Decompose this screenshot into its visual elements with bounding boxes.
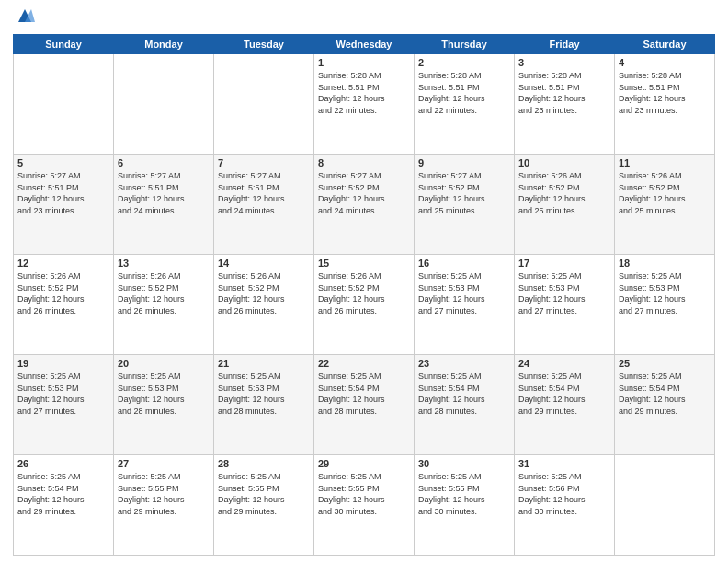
calendar-cell: 29Sunrise: 5:25 AMSunset: 5:55 PMDayligh…	[314, 455, 415, 556]
calendar-cell: 5Sunrise: 5:27 AMSunset: 5:51 PMDaylight…	[14, 155, 114, 255]
day-info: Sunrise: 5:27 AMSunset: 5:51 PMDaylight:…	[218, 170, 310, 216]
calendar-cell: 22Sunrise: 5:25 AMSunset: 5:54 PMDayligh…	[314, 355, 415, 455]
day-info: Sunrise: 5:25 AMSunset: 5:53 PMDaylight:…	[518, 270, 610, 316]
calendar-cell: 6Sunrise: 5:27 AMSunset: 5:51 PMDaylight…	[114, 155, 214, 255]
day-header: Wednesday	[314, 35, 415, 54]
day-number: 14	[218, 258, 310, 269]
day-info: Sunrise: 5:25 AMSunset: 5:55 PMDaylight:…	[418, 471, 510, 517]
calendar-cell: 15Sunrise: 5:26 AMSunset: 5:52 PMDayligh…	[314, 255, 415, 355]
day-info: Sunrise: 5:28 AMSunset: 5:51 PMDaylight:…	[418, 70, 510, 116]
calendar-cell: 23Sunrise: 5:25 AMSunset: 5:54 PMDayligh…	[415, 355, 515, 455]
day-number: 9	[418, 157, 510, 168]
day-number: 23	[418, 358, 510, 369]
day-number: 2	[418, 57, 510, 68]
day-info: Sunrise: 5:26 AMSunset: 5:52 PMDaylight:…	[619, 170, 711, 216]
day-number: 4	[619, 57, 711, 68]
calendar-cell: 30Sunrise: 5:25 AMSunset: 5:55 PMDayligh…	[415, 455, 515, 556]
day-number: 13	[118, 258, 210, 269]
calendar-cell: 24Sunrise: 5:25 AMSunset: 5:54 PMDayligh…	[515, 355, 615, 455]
calendar-cell: 4Sunrise: 5:28 AMSunset: 5:51 PMDaylight…	[615, 54, 715, 155]
day-number: 7	[218, 157, 310, 168]
day-number: 28	[218, 458, 310, 469]
calendar-cell	[14, 54, 114, 155]
calendar-cell: 19Sunrise: 5:25 AMSunset: 5:53 PMDayligh…	[14, 355, 114, 455]
header	[13, 9, 715, 26]
day-header: Saturday	[615, 35, 715, 54]
day-number: 12	[17, 258, 109, 269]
day-info: Sunrise: 5:25 AMSunset: 5:53 PMDaylight:…	[17, 371, 109, 417]
calendar-cell: 31Sunrise: 5:25 AMSunset: 5:56 PMDayligh…	[515, 455, 615, 556]
calendar-cell: 26Sunrise: 5:25 AMSunset: 5:54 PMDayligh…	[14, 455, 114, 556]
day-info: Sunrise: 5:25 AMSunset: 5:54 PMDaylight:…	[518, 371, 610, 417]
days-header: SundayMondayTuesdayWednesdayThursdayFrid…	[14, 35, 715, 54]
day-number: 11	[619, 157, 711, 168]
calendar-cell: 11Sunrise: 5:26 AMSunset: 5:52 PMDayligh…	[615, 155, 715, 255]
day-info: Sunrise: 5:28 AMSunset: 5:51 PMDaylight:…	[318, 70, 410, 116]
day-header: Monday	[114, 35, 214, 54]
day-info: Sunrise: 5:25 AMSunset: 5:56 PMDaylight:…	[518, 471, 610, 517]
day-info: Sunrise: 5:27 AMSunset: 5:52 PMDaylight:…	[418, 170, 510, 216]
day-info: Sunrise: 5:26 AMSunset: 5:52 PMDaylight:…	[17, 270, 109, 316]
calendar-cell: 25Sunrise: 5:25 AMSunset: 5:54 PMDayligh…	[615, 355, 715, 455]
calendar-cell: 10Sunrise: 5:26 AMSunset: 5:52 PMDayligh…	[515, 155, 615, 255]
calendar-cell: 1Sunrise: 5:28 AMSunset: 5:51 PMDaylight…	[314, 54, 415, 155]
calendar-cell: 18Sunrise: 5:25 AMSunset: 5:53 PMDayligh…	[615, 255, 715, 355]
day-number: 10	[518, 157, 610, 168]
calendar-cell: 8Sunrise: 5:27 AMSunset: 5:52 PMDaylight…	[314, 155, 415, 255]
day-info: Sunrise: 5:25 AMSunset: 5:53 PMDaylight:…	[118, 371, 210, 417]
calendar-body: 1Sunrise: 5:28 AMSunset: 5:51 PMDaylight…	[14, 54, 715, 556]
calendar: SundayMondayTuesdayWednesdayThursdayFrid…	[13, 34, 715, 556]
day-number: 29	[318, 458, 410, 469]
logo-icon	[15, 6, 35, 26]
day-info: Sunrise: 5:25 AMSunset: 5:54 PMDaylight:…	[318, 371, 410, 417]
calendar-cell: 2Sunrise: 5:28 AMSunset: 5:51 PMDaylight…	[415, 54, 515, 155]
day-number: 22	[318, 358, 410, 369]
calendar-cell: 21Sunrise: 5:25 AMSunset: 5:53 PMDayligh…	[214, 355, 314, 455]
day-number: 21	[218, 358, 310, 369]
calendar-week: 12Sunrise: 5:26 AMSunset: 5:52 PMDayligh…	[14, 255, 715, 355]
calendar-cell: 14Sunrise: 5:26 AMSunset: 5:52 PMDayligh…	[214, 255, 314, 355]
calendar-cell: 28Sunrise: 5:25 AMSunset: 5:55 PMDayligh…	[214, 455, 314, 556]
day-number: 3	[518, 57, 610, 68]
day-number: 27	[118, 458, 210, 469]
day-number: 20	[118, 358, 210, 369]
day-info: Sunrise: 5:27 AMSunset: 5:51 PMDaylight:…	[17, 170, 109, 216]
day-number: 26	[17, 458, 109, 469]
day-header: Tuesday	[214, 35, 314, 54]
calendar-cell: 13Sunrise: 5:26 AMSunset: 5:52 PMDayligh…	[114, 255, 214, 355]
day-info: Sunrise: 5:28 AMSunset: 5:51 PMDaylight:…	[619, 70, 711, 116]
calendar-cell: 27Sunrise: 5:25 AMSunset: 5:55 PMDayligh…	[114, 455, 214, 556]
day-info: Sunrise: 5:27 AMSunset: 5:52 PMDaylight:…	[318, 170, 410, 216]
day-header: Sunday	[14, 35, 114, 54]
day-number: 18	[619, 258, 711, 269]
day-number: 1	[318, 57, 410, 68]
calendar-cell	[114, 54, 214, 155]
calendar-cell: 7Sunrise: 5:27 AMSunset: 5:51 PMDaylight…	[214, 155, 314, 255]
day-info: Sunrise: 5:25 AMSunset: 5:54 PMDaylight:…	[619, 371, 711, 417]
day-info: Sunrise: 5:26 AMSunset: 5:52 PMDaylight:…	[318, 270, 410, 316]
day-info: Sunrise: 5:25 AMSunset: 5:53 PMDaylight:…	[218, 371, 310, 417]
calendar-cell: 17Sunrise: 5:25 AMSunset: 5:53 PMDayligh…	[515, 255, 615, 355]
day-header: Friday	[515, 35, 615, 54]
calendar-cell: 20Sunrise: 5:25 AMSunset: 5:53 PMDayligh…	[114, 355, 214, 455]
day-info: Sunrise: 5:25 AMSunset: 5:55 PMDaylight:…	[318, 471, 410, 517]
day-number: 24	[518, 358, 610, 369]
calendar-week: 26Sunrise: 5:25 AMSunset: 5:54 PMDayligh…	[14, 455, 715, 556]
day-number: 16	[418, 258, 510, 269]
day-number: 17	[518, 258, 610, 269]
day-info: Sunrise: 5:26 AMSunset: 5:52 PMDaylight:…	[118, 270, 210, 316]
day-number: 6	[118, 157, 210, 168]
day-info: Sunrise: 5:27 AMSunset: 5:51 PMDaylight:…	[118, 170, 210, 216]
calendar-week: 1Sunrise: 5:28 AMSunset: 5:51 PMDaylight…	[14, 54, 715, 155]
calendar-cell	[615, 455, 715, 556]
day-info: Sunrise: 5:25 AMSunset: 5:55 PMDaylight:…	[218, 471, 310, 517]
calendar-cell	[214, 54, 314, 155]
calendar-cell: 16Sunrise: 5:25 AMSunset: 5:53 PMDayligh…	[415, 255, 515, 355]
day-info: Sunrise: 5:26 AMSunset: 5:52 PMDaylight:…	[218, 270, 310, 316]
day-info: Sunrise: 5:25 AMSunset: 5:54 PMDaylight:…	[17, 471, 109, 517]
day-number: 25	[619, 358, 711, 369]
calendar-week: 5Sunrise: 5:27 AMSunset: 5:51 PMDaylight…	[14, 155, 715, 255]
page: SundayMondayTuesdayWednesdayThursdayFrid…	[0, 0, 728, 563]
calendar-week: 19Sunrise: 5:25 AMSunset: 5:53 PMDayligh…	[14, 355, 715, 455]
calendar-cell: 12Sunrise: 5:26 AMSunset: 5:52 PMDayligh…	[14, 255, 114, 355]
